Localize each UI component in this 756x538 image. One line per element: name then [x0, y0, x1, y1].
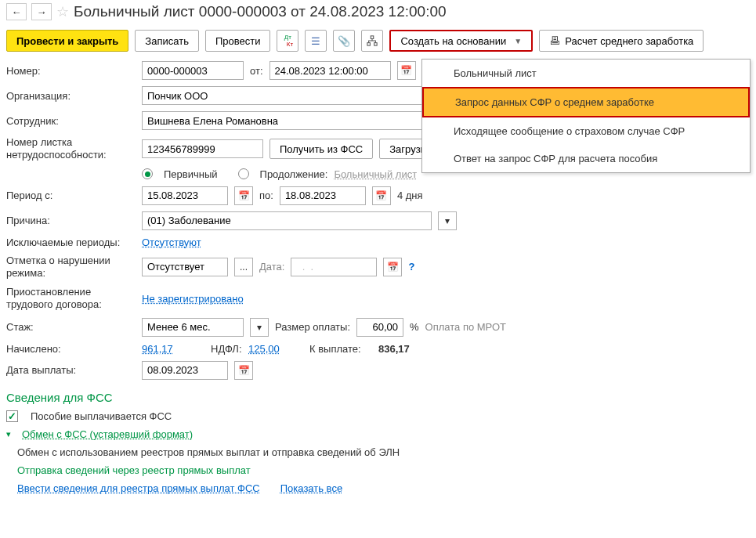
seniority-input[interactable]: [142, 318, 244, 337]
submit-button[interactable]: Провести: [205, 30, 271, 52]
calendar-icon-from[interactable]: 📅: [397, 61, 416, 80]
period-from-input[interactable]: [142, 186, 228, 205]
to-pay-label: К выплате:: [309, 343, 372, 355]
pay-rate-input[interactable]: [356, 318, 403, 337]
svg-rect-0: [371, 36, 374, 39]
reason-dropdown-icon[interactable]: ▾: [438, 211, 457, 230]
mrot-note: Оплата по МРОТ: [425, 321, 506, 333]
paid-by-fss-checkbox[interactable]: [6, 410, 18, 422]
cert-number-input[interactable]: [142, 139, 263, 158]
excluded-periods-label: Исключаемые периоды:: [6, 237, 136, 248]
excluded-periods-link[interactable]: Отсутствуют: [142, 237, 201, 248]
create-based-on-menu: Больничный лист Запрос данных СФР о сред…: [421, 59, 751, 173]
pay-date-input[interactable]: [142, 361, 228, 380]
percent-symbol: %: [410, 321, 419, 333]
employee-label: Сотрудник:: [6, 115, 136, 127]
cert-number-label: Номер листка нетрудоспособности:: [6, 136, 136, 162]
violation-date-label: Дата:: [259, 261, 284, 273]
violation-more-button[interactable]: ...: [234, 258, 253, 276]
number-label: Номер:: [6, 65, 136, 77]
paid-by-fss-label: Пособие выплачивается ФСС: [31, 410, 172, 422]
dropdown-item-outgoing-msg[interactable]: Исходящее сообщение о страховом случае С…: [422, 117, 750, 145]
exchange-description: Обмен с использованием реестров прямых в…: [17, 446, 400, 458]
org-label: Организация:: [6, 90, 136, 102]
primary-radio[interactable]: [142, 168, 153, 179]
create-based-on-label: Создать на основании: [400, 35, 506, 47]
submit-and-close-button[interactable]: Провести и закрыть: [6, 30, 128, 52]
exchange-old-format-link[interactable]: Обмен с ФСС (устаревший формат): [22, 428, 193, 440]
get-from-fss-button[interactable]: Получить из ФСС: [269, 139, 373, 159]
pay-rate-label: Размер оплаты:: [275, 321, 350, 333]
attach-icon-button[interactable]: 📎: [333, 30, 355, 52]
to-pay-value: 836,17: [378, 343, 410, 355]
fss-section-title: Сведения для ФСС: [0, 383, 756, 407]
svg-rect-2: [374, 43, 378, 46]
calendar-icon-violation[interactable]: 📅: [383, 258, 402, 276]
number-input[interactable]: [142, 61, 244, 80]
continuation-label: Продолжение:: [260, 168, 328, 180]
svg-rect-1: [367, 43, 371, 46]
violation-label-1: Отметка о нарушении: [6, 255, 136, 267]
suspension-label-1: Приостановление: [6, 286, 136, 298]
violation-input[interactable]: [142, 258, 228, 276]
nav-forward-button[interactable]: →: [31, 3, 52, 20]
reason-label: Причина:: [6, 215, 136, 226]
org-input[interactable]: [142, 86, 432, 105]
period-days: 4 дня: [397, 190, 423, 201]
period-to-label: по:: [259, 190, 273, 201]
violation-label-2: режима:: [6, 267, 136, 280]
pay-date-label: Дата выплаты:: [6, 364, 136, 376]
reason-input[interactable]: [142, 211, 432, 230]
dropdown-item-sick-leave[interactable]: Больничный лист: [422, 60, 750, 87]
seniority-label: Стаж:: [6, 321, 136, 333]
list-icon-button[interactable]: ☰: [305, 30, 327, 52]
avg-salary-calc-button[interactable]: 🖶 Расчет среднего заработка: [539, 30, 704, 52]
ndfl-link[interactable]: 125,00: [248, 343, 303, 355]
create-based-on-dropdown[interactable]: Создать на основании ▼: [389, 30, 533, 52]
continuation-radio[interactable]: [238, 168, 249, 179]
suspension-link[interactable]: Не зарегистрировано: [142, 293, 244, 305]
save-button[interactable]: Записать: [135, 30, 199, 52]
chevron-down-icon[interactable]: ▾: [6, 429, 11, 439]
dropdown-item-sfr-request[interactable]: Запрос данных СФР о среднем заработке: [422, 87, 750, 117]
page-title: Больничный лист 0000-000003 от 24.08.202…: [74, 3, 447, 20]
dropdown-item-sfr-response[interactable]: Ответ на запрос СФР для расчета пособия: [422, 145, 750, 172]
continuation-link[interactable]: Больничный лист: [334, 168, 417, 180]
primary-label: Первичный: [164, 168, 218, 180]
help-icon[interactable]: ?: [408, 261, 414, 273]
accrued-label: Начислено:: [6, 343, 136, 355]
period-from-label: Период с:: [6, 190, 136, 201]
from-label: от:: [250, 65, 263, 77]
suspension-label: Приостановление трудового договора:: [6, 286, 136, 312]
seniority-dropdown-icon[interactable]: ▾: [250, 318, 269, 337]
calendar-icon-period-from[interactable]: 📅: [234, 186, 253, 205]
cert-number-label-1: Номер листка: [6, 136, 136, 149]
print-icon: 🖶: [549, 34, 560, 47]
chevron-down-icon: ▼: [514, 37, 522, 45]
violation-date-input[interactable]: [291, 258, 377, 276]
hierarchy-icon-button[interactable]: [361, 30, 383, 52]
violation-label: Отметка о нарушении режима:: [6, 255, 136, 280]
enter-registry-data-link[interactable]: Ввести сведения для реестра прямых выпла…: [17, 482, 260, 494]
employee-input[interactable]: [142, 111, 432, 130]
calendar-icon-period-to[interactable]: 📅: [372, 186, 391, 205]
nav-back-button[interactable]: ←: [6, 3, 27, 20]
cert-number-label-2: нетрудоспособности:: [6, 149, 136, 161]
favorite-star-icon[interactable]: ☆: [56, 3, 69, 20]
calendar-icon-paydate[interactable]: 📅: [234, 361, 253, 380]
avg-salary-calc-label: Расчет среднего заработка: [565, 35, 693, 47]
debit-credit-icon-button[interactable]: ДтКт: [277, 30, 298, 52]
accrued-link[interactable]: 961,17: [142, 343, 204, 355]
show-all-link[interactable]: Показать все: [280, 482, 342, 494]
from-date-input[interactable]: [269, 61, 391, 80]
period-to-input[interactable]: [280, 186, 366, 205]
send-via-registry-label: Отправка сведений через реестр прямых вы…: [17, 464, 251, 476]
ndfl-label: НДФЛ:: [211, 343, 242, 355]
suspension-label-2: трудового договора:: [6, 298, 136, 311]
